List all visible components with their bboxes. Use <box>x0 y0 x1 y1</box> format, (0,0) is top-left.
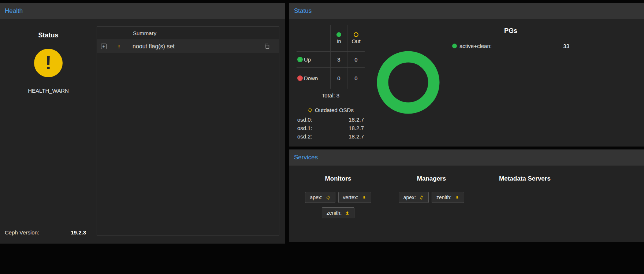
pgs-legend-row: active+clean: 33 <box>452 43 569 49</box>
copy-icon[interactable] <box>264 44 270 49</box>
upload-icon <box>455 195 459 200</box>
osd-version: 18.2.7 <box>349 132 364 141</box>
monitors-column: Monitors apex: vertex: zenith: <box>291 166 385 242</box>
summary-table-row[interactable]: + ! noout flag(s) set <box>97 40 279 53</box>
summary-severity-column-header <box>110 27 128 40</box>
health-panel: Health Status ! HEALTH_WARN Ceph Version… <box>0 3 285 244</box>
health-panel-title: Health <box>5 7 23 15</box>
osd-name: osd.2: <box>297 132 312 141</box>
summary-table-header-row: Summary <box>97 27 279 40</box>
sync-icon <box>326 195 331 200</box>
health-warning-icon: ! <box>34 49 63 77</box>
monitor-name: apex: <box>310 195 322 200</box>
sync-icon <box>308 108 313 113</box>
manager-name: apex: <box>403 195 416 200</box>
summary-column-header: Summary <box>128 27 255 40</box>
osd-up-in-value: 3 <box>330 51 347 67</box>
summary-actions-column-header <box>255 27 279 40</box>
expand-icon[interactable]: + <box>101 44 107 49</box>
osd-in-column-header: In <box>330 25 347 51</box>
osd-down-in-value: 0 <box>330 67 347 89</box>
in-column-label: In <box>336 38 341 44</box>
manager-name: zenith: <box>436 195 451 200</box>
up-row-label: Up <box>304 56 311 63</box>
sync-icon <box>419 195 424 200</box>
osd-name: osd.1: <box>297 124 312 132</box>
pgs-legend-value: 33 <box>563 43 569 49</box>
status-panel-body: In Out ↑ Up 3 0 ↓ Down 0 0 T <box>289 19 644 147</box>
pgs-title: PGs <box>452 27 569 35</box>
monitor-name: vertex: <box>343 195 358 200</box>
pgs-section: PGs active+clean: 33 <box>452 27 569 49</box>
out-ring-icon <box>354 32 358 37</box>
pgs-legend-label: active+clean: <box>459 43 492 49</box>
health-summary-table: Summary + ! noout flag(s) set <box>97 26 279 236</box>
metadata-servers-column: Metadata Servers <box>478 166 572 242</box>
managers-column: Managers apex: zenith: <box>385 166 478 242</box>
osd-up-out-value: 0 <box>347 51 365 67</box>
summary-copy-cell[interactable] <box>255 40 279 53</box>
metadata-servers-title: Metadata Servers <box>478 175 572 182</box>
monitor-apex-button[interactable]: apex: <box>305 192 335 203</box>
monitor-name: zenith: <box>327 210 342 216</box>
osd-down-out-value: 0 <box>347 67 365 89</box>
donut-ring <box>377 51 440 114</box>
osd-down-row-header: ↓ Down <box>297 67 330 89</box>
health-status-heading: Status <box>0 32 97 39</box>
monitor-vertex-button[interactable]: vertex: <box>338 192 371 203</box>
summary-severity-cell: ! <box>110 40 128 53</box>
ceph-version-value: 19.2.3 <box>71 229 86 236</box>
manager-zenith-button[interactable]: zenith: <box>432 192 464 203</box>
pgs-donut-chart <box>377 51 440 114</box>
health-panel-header: Health <box>0 3 285 19</box>
outdated-osd-row: osd.1: 18.2.7 <box>297 124 364 132</box>
summary-message-text: noout flag(s) set <box>128 40 255 53</box>
upload-icon <box>345 211 350 215</box>
out-column-label: Out <box>351 38 360 44</box>
status-panel: Status In Out ↑ Up 3 0 <box>289 3 644 147</box>
osd-version: 18.2.7 <box>349 124 364 132</box>
osd-name: osd.0: <box>297 115 312 124</box>
outdated-osds-section: Outdated OSDs osd.0: 18.2.7 osd.1: 18.2.… <box>297 107 364 141</box>
arrow-up-circle-icon: ↑ <box>297 57 303 62</box>
osd-out-column-header: Out <box>347 25 365 51</box>
osd-in-out-table: In Out ↑ Up 3 0 ↓ Down 0 0 <box>297 25 365 89</box>
down-row-label: Down <box>304 75 318 81</box>
status-panel-header: Status <box>289 3 644 19</box>
monitors-title: Monitors <box>291 175 385 182</box>
ceph-version-label: Ceph Version: <box>5 229 39 236</box>
status-panel-title: Status <box>294 7 312 15</box>
osd-table-corner-cell <box>297 25 330 51</box>
ceph-dashboard: Health Status ! HEALTH_WARN Ceph Version… <box>0 0 644 274</box>
summary-expand-column-header <box>97 27 110 40</box>
manager-apex-button[interactable]: apex: <box>399 192 429 203</box>
summary-expand-cell[interactable]: + <box>97 40 110 53</box>
outdated-osd-row: osd.0: 18.2.7 <box>297 115 364 124</box>
outdated-osds-title-row: Outdated OSDs <box>297 107 364 113</box>
osd-up-row-header: ↑ Up <box>297 51 330 67</box>
services-panel: Services Monitors apex: vertex: zenith: <box>289 149 644 242</box>
outdated-osd-row: osd.2: 18.2.7 <box>297 132 364 141</box>
managers-items: apex: zenith: <box>385 192 478 203</box>
osd-total-text: Total: 3 <box>297 92 365 99</box>
in-dot-icon <box>336 32 341 37</box>
warning-exclamation-glyph: ! <box>45 52 52 72</box>
outdated-osds-title: Outdated OSDs <box>315 107 354 113</box>
warning-severity-icon: ! <box>118 43 120 49</box>
monitors-items: apex: vertex: zenith: <box>291 192 385 218</box>
services-panel-header: Services <box>289 149 644 166</box>
monitor-zenith-button[interactable]: zenith: <box>322 207 354 218</box>
health-panel-body: Status ! HEALTH_WARN Ceph Version: 19.2.… <box>0 19 285 244</box>
arrow-down-circle-icon: ↓ <box>297 75 303 81</box>
ceph-version-row: Ceph Version: 19.2.3 <box>5 229 86 236</box>
osd-version: 18.2.7 <box>349 115 364 124</box>
managers-title: Managers <box>385 175 478 182</box>
upload-icon <box>362 195 366 200</box>
services-panel-title: Services <box>294 154 318 161</box>
health-status-section: Status ! HEALTH_WARN Ceph Version: 19.2.… <box>0 19 97 244</box>
services-panel-body: Monitors apex: vertex: zenith: <box>289 166 644 242</box>
health-state-text: HEALTH_WARN <box>0 88 97 94</box>
active-clean-dot-icon <box>452 44 457 48</box>
